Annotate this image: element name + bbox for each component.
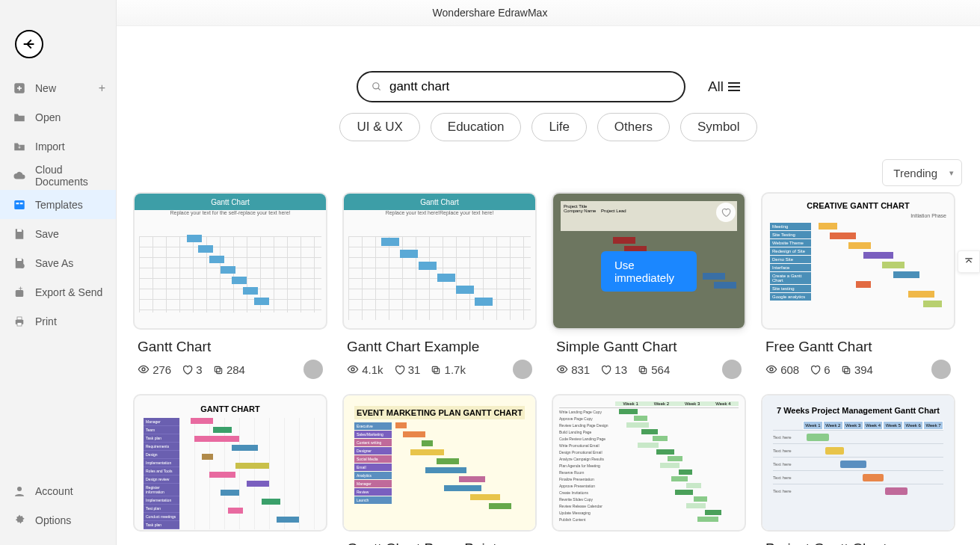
- svg-rect-15: [216, 368, 221, 373]
- eye-icon: [765, 363, 777, 375]
- template-thumbnail[interactable]: EVENT MARKETING PLAN GANTT CHARTExecutiv…: [342, 394, 537, 532]
- thumb-sub: Initiation Phase: [770, 213, 946, 218]
- likes: 3: [182, 363, 203, 376]
- author-avatar[interactable]: [722, 360, 742, 379]
- sidebar-item-cloud-documents[interactable]: Cloud Documents: [0, 161, 116, 190]
- svg-rect-2: [16, 203, 19, 204]
- thumb-header: CREATIVE GANTT CHART: [770, 201, 946, 210]
- sidebar: New+OpenImportCloud DocumentsTemplatesSa…: [0, 0, 117, 545]
- template-card[interactable]: GANTT CHARTManagerTeamTask planRequireme…: [133, 394, 327, 545]
- template-title: Project Gantt Chart: [765, 541, 955, 545]
- template-thumbnail[interactable]: Gantt ChartReplace your text for the sel…: [133, 192, 327, 330]
- chip-education[interactable]: Education: [431, 113, 522, 141]
- favorite-button[interactable]: [716, 203, 736, 222]
- sidebar-item-label: Cloud Documents: [35, 164, 104, 188]
- views: 608: [765, 363, 799, 376]
- sort-dropdown[interactable]: Trending ▾: [882, 159, 962, 186]
- thumb-sub: Replace your text for the self-replace y…: [135, 210, 326, 215]
- sidebar-item-save-as[interactable]: Save As: [0, 248, 116, 277]
- svg-rect-24: [844, 368, 849, 373]
- author-avatar[interactable]: [513, 360, 532, 379]
- template-title: Free Gantt Chart: [765, 339, 955, 355]
- svg-point-20: [561, 368, 564, 371]
- heart-icon: [810, 364, 821, 375]
- save-as-icon: [12, 256, 27, 270]
- thumb-header: 7 Weeks Project Management Gantt Chart: [773, 406, 943, 415]
- copy-icon: [431, 365, 441, 375]
- template-card[interactable]: Gantt ChartReplace your text here!Replac…: [342, 192, 537, 379]
- sidebar-item-save[interactable]: Save: [0, 219, 116, 248]
- svg-point-17: [351, 368, 354, 371]
- heart-icon: [182, 364, 193, 375]
- template-thumbnail[interactable]: 7 Weeks Project Management Gantt ChartWe…: [761, 394, 955, 532]
- chip-life[interactable]: Life: [531, 113, 586, 141]
- copies: 564: [638, 363, 670, 376]
- sidebar-item-print[interactable]: Print: [0, 307, 116, 336]
- use-immediately-button[interactable]: Use immediately: [601, 251, 697, 292]
- thumb-header: Gantt Chart: [135, 194, 326, 210]
- plus-icon[interactable]: +: [99, 81, 105, 95]
- author-avatar[interactable]: [931, 360, 951, 379]
- sidebar-item-label: Import: [35, 141, 65, 153]
- svg-point-6: [20, 263, 25, 268]
- svg-rect-18: [434, 368, 440, 373]
- svg-rect-4: [17, 229, 22, 232]
- views: 276: [138, 363, 171, 376]
- template-thumbnail[interactable]: Project TitleCompany Name Project LeadUs…: [552, 192, 746, 330]
- svg-rect-3: [20, 203, 23, 204]
- svg-rect-19: [433, 366, 438, 372]
- template-card[interactable]: Week 1Week 2Week 3Week 4Write Landing Pa…: [552, 394, 746, 545]
- chip-ui-ux[interactable]: UI & UX: [339, 113, 419, 141]
- copies: 284: [213, 363, 245, 376]
- arrow-left-icon: [21, 36, 37, 52]
- likes: 6: [810, 363, 830, 376]
- import-icon: [12, 140, 27, 153]
- svg-point-23: [770, 368, 773, 371]
- template-thumbnail[interactable]: CREATIVE GANTT CHARTInitiation PhaseMeet…: [761, 192, 955, 330]
- search-box[interactable]: [357, 71, 685, 102]
- template-thumbnail[interactable]: Gantt ChartReplace your text here!Replac…: [342, 192, 537, 330]
- template-card[interactable]: Project TitleCompany Name Project LeadUs…: [552, 192, 746, 379]
- print-icon: [12, 315, 27, 328]
- sidebar-item-export-send[interactable]: Export & Send: [0, 277, 116, 307]
- svg-rect-1: [14, 200, 25, 209]
- sidebar-item-options[interactable]: Options: [0, 505, 116, 535]
- template-card[interactable]: Gantt ChartReplace your text for the sel…: [133, 192, 327, 379]
- sidebar-item-open[interactable]: Open: [0, 102, 116, 132]
- sidebar-item-label: Open: [35, 111, 61, 123]
- svg-rect-22: [639, 366, 644, 372]
- back-button[interactable]: [15, 30, 43, 58]
- thumb-sub: Replace your text here!Replace your text…: [344, 210, 535, 215]
- svg-rect-25: [842, 366, 848, 372]
- gear-icon: [12, 514, 27, 527]
- save-icon: [12, 227, 27, 241]
- template-meta: 608 6 394: [765, 360, 955, 379]
- svg-rect-5: [17, 258, 22, 261]
- sidebar-item-label: Save: [35, 228, 59, 240]
- scroll-top-button[interactable]: [958, 250, 980, 273]
- sidebar-item-new[interactable]: New+: [0, 73, 116, 102]
- sidebar-item-label: Print: [35, 315, 57, 327]
- sidebar-item-templates[interactable]: Templates: [0, 190, 116, 219]
- search-icon: [372, 81, 382, 92]
- template-title: Gantt Chart PowerPoint: [347, 541, 537, 545]
- chip-symbol[interactable]: Symbol: [680, 113, 757, 141]
- sidebar-item-import[interactable]: Import: [0, 132, 116, 161]
- menu-icon: [728, 82, 740, 91]
- template-thumbnail[interactable]: Week 1Week 2Week 3Week 4Write Landing Pa…: [552, 394, 746, 532]
- sidebar-item-label: Options: [35, 514, 71, 526]
- search-input[interactable]: [389, 79, 671, 94]
- heart-icon: [600, 364, 611, 375]
- chevron-down-icon: ▾: [949, 168, 954, 178]
- copies: 394: [841, 363, 873, 376]
- template-card[interactable]: 7 Weeks Project Management Gantt ChartWe…: [761, 394, 955, 545]
- template-thumbnail[interactable]: GANTT CHARTManagerTeamTask planRequireme…: [133, 394, 327, 532]
- svg-point-14: [142, 368, 145, 371]
- author-avatar[interactable]: [303, 360, 323, 379]
- template-card[interactable]: EVENT MARKETING PLAN GANTT CHARTExecutiv…: [342, 394, 537, 545]
- chip-others[interactable]: Others: [597, 113, 670, 141]
- sidebar-item-account[interactable]: Account: [0, 476, 116, 505]
- filter-all-button[interactable]: All: [708, 78, 740, 95]
- template-card[interactable]: CREATIVE GANTT CHARTInitiation PhaseMeet…: [761, 192, 955, 379]
- svg-rect-9: [17, 317, 22, 320]
